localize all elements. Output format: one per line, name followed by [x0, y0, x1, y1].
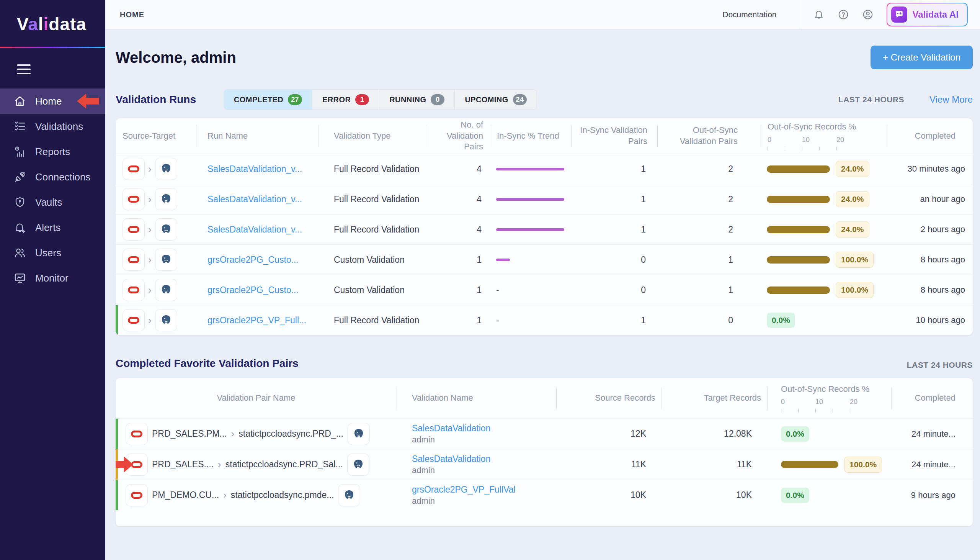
- in-sync-trend-cell: -: [491, 168, 571, 170]
- tab-running[interactable]: RUNNING 0: [379, 90, 454, 110]
- column-header: Run Name: [196, 118, 319, 153]
- breadcrumb: HOME: [120, 10, 145, 19]
- main-area: HOME Documentation Validata AI: [105, 0, 980, 560]
- app-root: Validata Home Validations Reports Connec…: [0, 0, 980, 560]
- sidebar-item-label: Alerts: [35, 222, 60, 233]
- view-more-link[interactable]: View More: [930, 94, 973, 105]
- period-label: LAST 24 HOURS: [838, 95, 904, 104]
- sidebar-item-validations[interactable]: Validations: [0, 114, 105, 139]
- tab-label: ERROR: [322, 95, 350, 104]
- validation-name-link[interactable]: SalesDataValidation: [412, 423, 490, 433]
- in-sync-trend-cell: -: [491, 258, 571, 261]
- favorite-pair-row[interactable]: PRD_SALES.PM... › statictpccloadsync.PRD…: [116, 418, 973, 449]
- out-of-sync-bar: [781, 461, 838, 468]
- run-name-link[interactable]: SalesDataValidation_v...: [208, 194, 302, 205]
- validation-pairs-cell: 1: [426, 315, 491, 326]
- column-header: Validation Type: [319, 118, 426, 153]
- run-name-link[interactable]: SalesDataValidation_v...: [208, 225, 302, 235]
- run-name-link[interactable]: grsOracle2PG_Custo...: [208, 285, 299, 295]
- favorite-pair-row[interactable]: PRD_SALES.... › statictpccloadsync.PRD_S…: [116, 449, 973, 480]
- favorites-table: Validation Pair Name Validation Name Sou…: [116, 378, 973, 526]
- sidebar-item-alerts[interactable]: Alerts: [0, 215, 105, 240]
- hamburger-menu-icon[interactable]: [17, 64, 31, 77]
- validation-type-cell: Full Record Validation: [319, 225, 426, 235]
- records-pct-badge: 100.0%: [835, 282, 874, 298]
- column-header: Validation Pair Name: [116, 378, 397, 418]
- sidebar: Validata Home Validations Reports Connec…: [0, 0, 105, 560]
- column-header: Validation Name: [397, 378, 556, 418]
- app-logo: Validata: [0, 0, 105, 47]
- run-name-link[interactable]: grsOracle2PG_VP_Full...: [208, 315, 306, 326]
- chevron-right-icon: ›: [231, 428, 235, 440]
- validation-run-row[interactable]: › SalesDataValidation_v... Full Record V…: [116, 214, 973, 244]
- chevron-right-icon: ›: [148, 254, 151, 266]
- in-sync-trend-cell: -: [491, 315, 571, 326]
- user-account-icon[interactable]: [862, 9, 874, 20]
- scale-ticks: [781, 409, 885, 413]
- source-records-cell: 12K: [556, 428, 661, 439]
- validation-name-link[interactable]: grsOracle2PG_VP_FullVal: [412, 485, 516, 495]
- period-label: LAST 24 HOURS: [907, 360, 973, 370]
- run-name-link[interactable]: SalesDataValidation_v...: [208, 164, 302, 174]
- in-sync-pairs-cell: 0: [571, 285, 657, 295]
- notifications-bell-icon[interactable]: [813, 9, 825, 20]
- records-pct-badge: 100.0%: [835, 252, 874, 268]
- trend-line: [496, 168, 564, 170]
- home-icon: [14, 95, 26, 107]
- create-validation-button[interactable]: + Create Validation: [870, 46, 973, 69]
- sidebar-item-reports[interactable]: Reports: [0, 139, 105, 164]
- validation-run-row[interactable]: › grsOracle2PG_VP_Full... Full Record Va…: [116, 305, 973, 335]
- runs-table-header: Source-Target Run Name Validation Type N…: [116, 118, 973, 153]
- sidebar-item-monitor[interactable]: Monitor: [0, 265, 105, 291]
- run-name-link[interactable]: grsOracle2PG_Custo...: [208, 255, 299, 265]
- sidebar-item-label: Vaults: [35, 197, 62, 208]
- topbar: HOME Documentation Validata AI: [105, 0, 980, 30]
- out-of-sync-records-cell: 24.0%: [761, 191, 887, 207]
- out-of-sync-bar: [767, 287, 830, 294]
- page-title: Welcome, admin: [116, 49, 236, 66]
- runs-table-body: › SalesDataValidation_v... Full Record V…: [116, 153, 973, 335]
- checklist-icon: [14, 120, 26, 133]
- completed-cell: 2 hours ago: [887, 225, 973, 234]
- in-sync-trend-cell: -: [491, 285, 571, 295]
- sidebar-item-home[interactable]: Home: [0, 88, 105, 114]
- target-pair-name: statictpccloadsync.PRD_Sal...: [226, 459, 343, 470]
- in-sync-pairs-cell: 1: [571, 315, 657, 326]
- records-pct-badge: 0.0%: [767, 313, 795, 328]
- validation-run-row[interactable]: › SalesDataValidation_v... Full Record V…: [116, 184, 973, 214]
- out-of-sync-records-cell: 0.0%: [767, 426, 891, 442]
- validata-ai-button[interactable]: Validata AI: [887, 3, 968, 27]
- validation-run-row[interactable]: › SalesDataValidation_v... Full Record V…: [116, 153, 973, 184]
- validation-name-link[interactable]: SalesDataValidation: [412, 454, 490, 464]
- favorite-pair-row[interactable]: PM_DEMO.CU... › statictpccloadsync.pmde.…: [116, 480, 973, 510]
- completed-cell: 24 minute...: [891, 429, 973, 439]
- sidebar-item-vaults[interactable]: Vaults: [0, 190, 105, 215]
- oracle-icon: [126, 423, 148, 445]
- help-icon[interactable]: [837, 9, 849, 20]
- documentation-link[interactable]: Documentation: [723, 10, 776, 19]
- out-of-sync-records-cell: 24.0%: [761, 161, 887, 177]
- tab-upcoming[interactable]: UPCOMING 24: [454, 90, 537, 110]
- validation-run-row[interactable]: › grsOracle2PG_Custo... Custom Validatio…: [116, 275, 973, 305]
- sidebar-item-label: Monitor: [35, 272, 68, 284]
- records-pct-badge: 100.0%: [844, 457, 882, 473]
- chevron-right-icon: ›: [148, 224, 151, 235]
- tab-completed[interactable]: COMPLETED 27: [224, 90, 312, 110]
- sidebar-item-connections[interactable]: Connections: [0, 164, 105, 190]
- records-pct-badge: 0.0%: [781, 488, 809, 503]
- validation-runs-table: Source-Target Run Name Validation Type N…: [116, 118, 973, 335]
- postgres-icon: [155, 188, 177, 210]
- sidebar-item-label: Reports: [35, 146, 70, 158]
- validation-owner: admin: [412, 496, 435, 506]
- in-sync-trend-cell: -: [491, 198, 571, 201]
- tab-error[interactable]: ERROR 1: [312, 90, 379, 110]
- column-header: Target Records: [661, 378, 767, 418]
- chevron-right-icon: ›: [223, 489, 227, 501]
- sidebar-item-users[interactable]: Users: [0, 240, 105, 265]
- column-header-records-scale: Out-of-Sync Records % 01020: [761, 118, 887, 153]
- validation-run-row[interactable]: › grsOracle2PG_Custo... Custom Validatio…: [116, 244, 973, 275]
- validation-type-cell: Full Record Validation: [319, 194, 426, 205]
- target-records-cell: 11K: [661, 459, 767, 470]
- favorites-table-header: Validation Pair Name Validation Name Sou…: [116, 378, 973, 418]
- chevron-right-icon: ›: [148, 315, 151, 327]
